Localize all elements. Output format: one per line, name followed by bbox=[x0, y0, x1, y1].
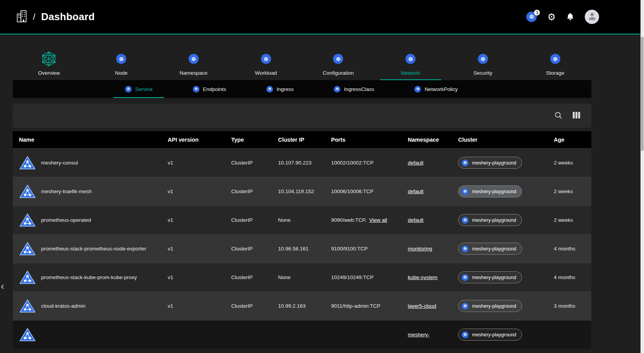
service-name: cloud-kratos-admin bbox=[41, 303, 86, 309]
tab-label: Configuration bbox=[323, 70, 354, 76]
tab-workload[interactable]: ☸ Workload bbox=[230, 51, 302, 80]
tab-security[interactable]: ☸ Security bbox=[447, 51, 519, 80]
service-name: prometheus-operated bbox=[41, 217, 91, 223]
page-scrollbar[interactable] bbox=[641, 0, 644, 353]
cluster-cell: ☸ meshery-playground bbox=[458, 149, 554, 177]
subtab-ingress[interactable]: ☸ Ingress bbox=[255, 80, 305, 98]
api-version-cell: v1 bbox=[168, 177, 231, 206]
subtab-ingressclass[interactable]: ☸ IngressClass bbox=[322, 80, 386, 98]
type-cell: ClusterIP bbox=[231, 206, 278, 234]
kubernetes-icon: ☸ bbox=[462, 245, 469, 252]
cluster-ip-cell: None bbox=[278, 206, 331, 234]
namespace-link[interactable]: default bbox=[408, 217, 424, 223]
services-table: Name API version Type Cluster IP Ports N… bbox=[13, 131, 591, 349]
table-row[interactable]: prometheus-stack-prometheus-node-exporte… bbox=[13, 234, 591, 263]
cluster-chip[interactable]: ☸ meshery-playground bbox=[458, 214, 522, 226]
namespace-link[interactable]: kube-system bbox=[408, 274, 438, 280]
column-header-name: Name bbox=[13, 131, 168, 148]
cluster-chip[interactable]: ☸ meshery-playground bbox=[458, 329, 522, 341]
name-cell: prometheus-operated bbox=[13, 206, 168, 234]
search-icon bbox=[554, 111, 563, 121]
search-button[interactable] bbox=[552, 109, 565, 122]
table-header-row: Name API version Type Cluster IP Ports N… bbox=[13, 131, 591, 148]
tab-namespace[interactable]: ☸ Namespace bbox=[158, 51, 230, 80]
ports-value: 9100/9100:TCP bbox=[331, 246, 368, 252]
kubernetes-icon: ☸ bbox=[125, 86, 132, 93]
table-row[interactable]: meshery-consul v1 ClusterIP 10.107.90.22… bbox=[13, 148, 591, 177]
column-header-cluster: Cluster bbox=[458, 131, 554, 148]
namespace-link[interactable]: layer5-cloud bbox=[408, 303, 436, 309]
notifications-button[interactable] bbox=[566, 12, 574, 22]
kubernetes-icon: ☸ bbox=[333, 54, 343, 64]
namespace-link[interactable]: default bbox=[408, 188, 424, 194]
page-title: Dashboard bbox=[41, 11, 95, 23]
tab-configuration[interactable]: ☸ Configuration bbox=[302, 51, 374, 80]
table-row[interactable]: meshery-traefik-mesh v1 ClusterIP 10.104… bbox=[13, 177, 591, 206]
namespace-link[interactable]: default bbox=[408, 160, 424, 166]
settings-button[interactable]: ⚙ bbox=[547, 12, 556, 22]
cluster-chip-label: meshery-playground bbox=[472, 332, 516, 338]
tab-label: Storage bbox=[546, 70, 564, 76]
table-row[interactable]: cloud-kratos-admin v1 ClusterIP 10.99.2.… bbox=[13, 291, 591, 320]
namespace-link[interactable]: meshery- bbox=[408, 332, 429, 338]
cluster-chip[interactable]: ☸ meshery-playground bbox=[458, 157, 522, 169]
subtab-networkpolicy[interactable]: ☸ NetworkPolicy bbox=[403, 80, 469, 98]
cluster-chip-label: meshery-playground bbox=[472, 189, 516, 194]
subtab-endpoints[interactable]: ☸ Endpoints bbox=[181, 80, 238, 98]
service-name: meshery-traefik-mesh bbox=[41, 188, 92, 194]
cluster-chip[interactable]: ☸ meshery-playground bbox=[458, 271, 522, 283]
kubernetes-icon: ☸ bbox=[266, 86, 273, 93]
main-content: Overview ☸ Node ☸ Namespace ☸ Workload ☸… bbox=[13, 51, 591, 349]
cluster-ip-cell: 10.107.90.223 bbox=[278, 149, 331, 177]
tab-label: Overview bbox=[38, 70, 60, 76]
column-header-cluster-ip: Cluster IP bbox=[278, 131, 331, 148]
ports-cell: 10249/10249:TCP bbox=[331, 263, 408, 291]
kubernetes-icon: ☸ bbox=[334, 86, 340, 93]
kubernetes-icon: ☸ bbox=[261, 54, 271, 64]
table-row[interactable]: meshery- ☸ meshery-playground bbox=[13, 320, 591, 349]
resource-tabs: Overview ☸ Node ☸ Namespace ☸ Workload ☸… bbox=[13, 51, 591, 80]
user-avatar[interactable] bbox=[585, 10, 599, 24]
name-cell bbox=[13, 320, 168, 349]
api-version-cell: v1 bbox=[168, 149, 231, 177]
kubernetes-context-button[interactable]: ☸ 1 bbox=[526, 12, 537, 22]
tab-overview[interactable]: Overview bbox=[13, 51, 85, 80]
tab-network[interactable]: ☸ Network bbox=[374, 51, 447, 80]
namespace-link[interactable]: monitoring bbox=[408, 246, 432, 252]
tab-node[interactable]: ☸ Node bbox=[85, 51, 158, 80]
age-cell bbox=[554, 320, 591, 349]
age-cell: 4 months bbox=[554, 263, 591, 291]
kubernetes-icon: ☸ bbox=[478, 54, 488, 64]
scrollbar-thumb[interactable] bbox=[641, 37, 644, 151]
header-actions: ☸ 1 ⚙ bbox=[526, 10, 599, 24]
table-row[interactable]: prometheus-operated v1 ClusterIP None 90… bbox=[13, 206, 591, 234]
cluster-chip[interactable]: ☸ meshery-playground bbox=[458, 243, 522, 255]
collapse-drawer-chevron-icon[interactable]: ‹ bbox=[1, 281, 4, 291]
ports-value: 10249/10249:TCP bbox=[331, 274, 374, 280]
service-icon bbox=[19, 212, 36, 228]
name-cell: meshery-consul bbox=[13, 149, 168, 177]
namespace-cell: kube-system bbox=[408, 263, 458, 291]
view-all-link[interactable]: View all bbox=[369, 217, 387, 223]
cluster-chip[interactable]: ☸ meshery-playground bbox=[458, 185, 522, 197]
table-toolbar bbox=[13, 104, 591, 128]
subtab-service[interactable]: ☸ Service bbox=[113, 80, 164, 98]
name-cell: cloud-kratos-admin bbox=[13, 292, 168, 320]
ports-cell: 10002/10002:TCP bbox=[331, 149, 408, 177]
cluster-chip-label: meshery-playground bbox=[472, 275, 516, 280]
table-row[interactable]: prometheus-stack-kube-prom-kube-proxy v1… bbox=[13, 263, 591, 291]
service-icon bbox=[19, 184, 36, 199]
name-cell: prometheus-stack-kube-prom-kube-proxy bbox=[13, 263, 168, 291]
view-columns-button[interactable] bbox=[570, 109, 583, 122]
cluster-ip-cell: 10.99.2.163 bbox=[278, 292, 331, 320]
age-cell: 3 months bbox=[554, 292, 591, 320]
subtab-label: Ingress bbox=[276, 86, 294, 92]
cluster-chip-label: meshery-playground bbox=[472, 303, 516, 309]
name-cell: prometheus-stack-prometheus-node-exporte… bbox=[13, 235, 168, 263]
name-cell: meshery-traefik-mesh bbox=[13, 177, 168, 206]
age-cell: 2 weeks bbox=[554, 149, 591, 177]
cluster-chip[interactable]: ☸ meshery-playground bbox=[458, 300, 522, 312]
tab-storage[interactable]: ☸ Storage bbox=[519, 51, 591, 80]
api-version-cell: v1 bbox=[168, 292, 231, 320]
tab-label: Node bbox=[115, 70, 127, 76]
